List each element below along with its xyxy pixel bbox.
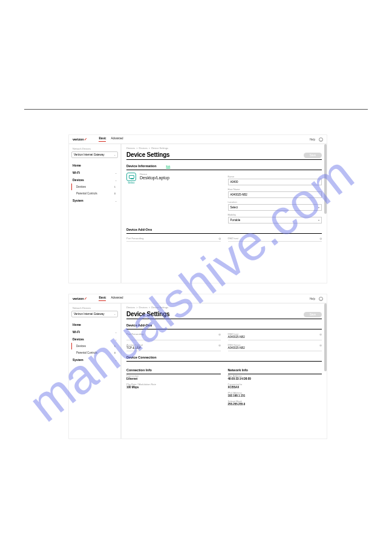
close-icon[interactable]: ⊗	[319, 343, 322, 347]
topbar: verizon✓ Basic Advanced Help ◡	[69, 294, 327, 303]
addons-header: Device Add-Ons	[126, 226, 322, 234]
nav-parental[interactable]: Parental Controls0	[71, 190, 118, 197]
chevron-down-icon: ⌄	[114, 153, 116, 156]
mac-value: 48:00:33:14:D8:09	[228, 377, 322, 380]
tab-advanced[interactable]: Advanced	[111, 296, 123, 301]
gateway-label: Network Devices	[71, 306, 118, 309]
device-connection-header: Device Connection	[126, 354, 322, 362]
gateway-value: Verizon Internet Gateway	[74, 313, 105, 316]
connection-info-header: Connection Info	[126, 366, 221, 374]
nav-devices[interactable]: Devices⌄	[71, 176, 118, 184]
user-icon[interactable]: ◡	[319, 137, 323, 142]
parental-count-badge: 0	[114, 192, 116, 195]
hostname-input[interactable]: A040025-NB2	[228, 191, 322, 198]
nav-parental[interactable]: Parental Controls0	[71, 349, 118, 356]
devices-count-badge: 1	[114, 185, 116, 188]
main-content: Devices>Devices>Device Settings Device S…	[121, 303, 327, 439]
chevron-down-icon: ⌄	[115, 359, 117, 362]
gateway-select[interactable]: Verizon Internet Gateway ⌄	[71, 151, 118, 158]
save-button[interactable]: Save	[304, 153, 322, 158]
nav-devices-sub[interactable]: Devices1	[71, 184, 118, 190]
sidebar: Network Devices Verizon Internet Gateway…	[69, 303, 121, 439]
gateway-label: Network Devices	[71, 147, 118, 150]
close-icon[interactable]: ⊗	[319, 333, 322, 336]
tab-advanced[interactable]: Advanced	[111, 137, 123, 142]
hostname-label: Host Name	[228, 188, 322, 191]
help-link[interactable]: Help	[310, 138, 315, 141]
addon-port-fwd[interactable]: Port Forwarding ⊗	[126, 331, 221, 340]
chevron-down-icon: ▾	[318, 206, 319, 209]
breadcrumb: Devices>Devices>Device Settings	[126, 306, 322, 309]
page-rule	[24, 109, 368, 110]
screenshot-1: verizon✓ Basic Advanced Help ◡ Network D…	[68, 134, 327, 283]
chevron-down-icon: ⌄	[114, 313, 116, 316]
addon-port-fwd[interactable]: Port Forwarding ⚙	[126, 236, 221, 242]
nav-home[interactable]: Home	[71, 162, 118, 169]
edit-link[interactable]: Edit	[166, 165, 171, 168]
chevron-down-icon: ⌄	[115, 331, 117, 334]
screenshot-2: verizon✓ Basic Advanced Help ◡ Network D…	[68, 294, 327, 439]
addon-access-control[interactable]: Access Control TCP & UDP ⊗	[126, 342, 221, 351]
mobility-label: Mobility	[228, 213, 322, 216]
page-title: Device Settings	[126, 311, 169, 317]
tab-basic[interactable]: Basic	[99, 296, 106, 301]
settings-icon[interactable]: ⚙	[218, 237, 221, 240]
brand-logo: verizon✓	[73, 297, 87, 300]
nav-wifi[interactable]: Wi-Fi⌄	[71, 169, 118, 176]
close-icon[interactable]: ⊗	[218, 343, 221, 347]
devices-count-badge: 1	[114, 345, 116, 348]
name-label: Name	[228, 175, 322, 178]
network-info-header: Network Info	[228, 366, 322, 374]
chevron-down-icon: ▾	[318, 219, 319, 222]
save-button[interactable]: Save	[304, 312, 322, 317]
addon-dmz[interactable]: DMZ host A040025-NB2 ⊗	[228, 331, 322, 340]
mobility-select[interactable]: Portable▾	[228, 217, 322, 223]
help-link[interactable]: Help	[310, 297, 315, 300]
subnet-value: 255.255.255.0	[228, 403, 322, 406]
name-input[interactable]: A0400	[228, 179, 322, 185]
addon-dns[interactable]: DNS Server A040025-NB2 ⊗	[228, 342, 322, 351]
topbar: verizon✓ Basic Advanced Help ◡	[69, 135, 327, 144]
device-info-header: Device Information Edit	[126, 162, 322, 170]
nav-system[interactable]: System⌄	[71, 356, 118, 363]
chevron-down-icon: ⌄	[115, 179, 117, 182]
phyrate-value: 100 Mbps	[126, 386, 221, 389]
page-title: Device Settings	[126, 151, 169, 158]
breadcrumb: Devices>Devices>Device Settings	[126, 147, 322, 150]
scrollbar[interactable]	[324, 303, 327, 371]
addons-header: Device Add-Ons	[126, 322, 322, 329]
addon-dmz[interactable]: DMZ host ⚙	[228, 236, 322, 242]
connected-value: XCI55AX	[228, 386, 322, 389]
sidebar: Network Devices Verizon Internet Gateway…	[69, 144, 121, 283]
chevron-down-icon: ⌄	[115, 199, 117, 202]
location-label: Location	[228, 200, 322, 204]
tab-basic[interactable]: Basic	[99, 137, 106, 142]
nav-home[interactable]: Home	[71, 321, 118, 328]
chevron-down-icon: ⌄	[115, 171, 117, 174]
user-icon[interactable]: ◡	[319, 297, 323, 301]
nav-wifi[interactable]: Wi-Fi⌄	[71, 328, 118, 336]
nav-devices-sub[interactable]: Devices1	[71, 343, 118, 349]
close-icon[interactable]: ⊗	[218, 333, 221, 336]
nav-system[interactable]: System⌄	[71, 197, 118, 204]
parental-count-badge: 0	[114, 351, 116, 354]
online-badge: Online	[126, 182, 136, 184]
main-content: Devices>Devices>Device Settings Device S…	[121, 144, 327, 283]
nav-devices[interactable]: Devices⌄	[71, 336, 118, 343]
ipv4-value: 192.168.1.151	[228, 394, 322, 397]
scrollbar[interactable]	[324, 144, 327, 214]
chevron-down-icon: ⌄	[115, 338, 117, 341]
settings-icon[interactable]: ⚙	[319, 237, 322, 240]
gateway-value: Verizon Internet Gateway	[74, 153, 105, 156]
device-type-icon	[126, 173, 136, 181]
brand-logo: verizon✓	[73, 137, 87, 141]
connection-value: Ethernet	[126, 377, 221, 380]
device-type: Desktop/Laptop	[140, 176, 169, 180]
location-select[interactable]: Select▾	[228, 204, 322, 211]
gateway-select[interactable]: Verizon Internet Gateway ⌄	[71, 311, 118, 317]
